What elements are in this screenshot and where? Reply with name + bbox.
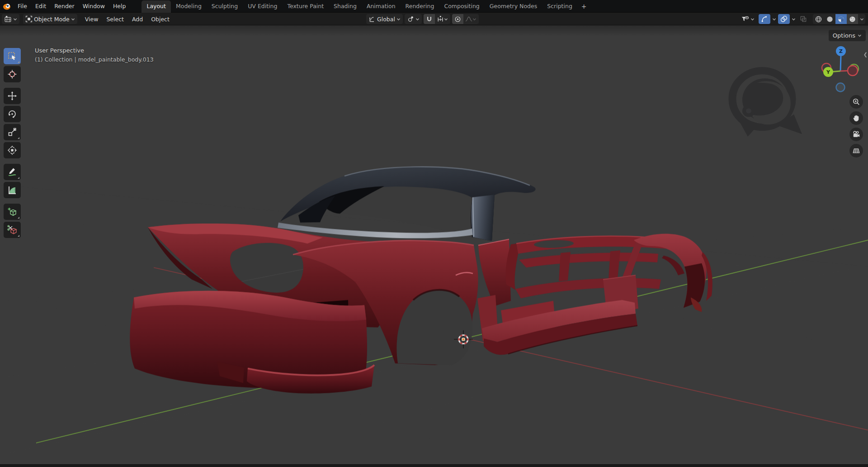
overlays-icon xyxy=(780,15,788,23)
viewport-menu-select[interactable]: Select xyxy=(102,13,128,25)
flyout-corner-indicator xyxy=(18,61,19,63)
transform-tool[interactable] xyxy=(4,142,21,158)
editor-3d-viewport-icon xyxy=(4,15,12,23)
annotate-tool[interactable] xyxy=(4,164,21,180)
menu-window[interactable]: Window xyxy=(79,0,109,12)
move-tool[interactable] xyxy=(4,88,21,104)
workspace-tab-scripting[interactable]: Scripting xyxy=(542,0,577,13)
mode-selector[interactable]: Object Mode xyxy=(23,14,77,24)
chevron-down-icon xyxy=(472,17,476,21)
workspace-tab-layout[interactable]: Layout xyxy=(142,0,171,13)
workspace-tab-texture-paint[interactable]: Texture Paint xyxy=(282,0,329,13)
chevron-down-icon xyxy=(750,17,755,21)
neg-z-axis-ball[interactable] xyxy=(836,83,845,92)
perspective-toggle-tool[interactable] xyxy=(849,144,863,157)
transform-orientation-selector[interactable]: Global xyxy=(366,14,403,24)
orientation-axes-icon xyxy=(368,15,376,23)
falloff-curve-icon xyxy=(465,16,472,22)
shading-material-preview-button[interactable] xyxy=(835,14,847,24)
workspace-tab-shading[interactable]: Shading xyxy=(329,0,362,13)
viewport-menus: ViewSelectAddObject xyxy=(81,13,174,25)
wireframe-sphere-icon xyxy=(815,15,822,23)
workspace-tab-geometry-nodes[interactable]: Geometry Nodes xyxy=(485,0,542,13)
menu-render[interactable]: Render xyxy=(50,0,79,12)
pivot-point-icon xyxy=(407,15,414,23)
menu-file[interactable]: File xyxy=(14,0,31,12)
chevron-down-icon xyxy=(415,17,420,21)
add-workspace-button[interactable]: + xyxy=(577,1,591,13)
filter-visibility-icon xyxy=(741,15,749,23)
proportional-editing-toggle[interactable] xyxy=(452,14,463,24)
proportional-editing-icon xyxy=(454,16,461,23)
orientation-label: Global xyxy=(377,16,395,23)
pivot-point-selector[interactable] xyxy=(405,14,422,24)
xray-toggle[interactable] xyxy=(797,14,809,24)
gizmo-options-chevron[interactable] xyxy=(772,17,776,21)
viewport-menu-view[interactable]: View xyxy=(81,13,103,25)
rotate-tool[interactable] xyxy=(4,106,21,122)
menu-edit[interactable]: Edit xyxy=(31,0,50,12)
workspace-tab-animation[interactable]: Animation xyxy=(362,0,401,13)
workspace-tab-uv-editing[interactable]: UV Editing xyxy=(243,0,282,13)
tweak-select-tool[interactable] xyxy=(4,48,21,64)
pan-tool[interactable] xyxy=(849,111,863,125)
3d-viewport[interactable]: User Perspective (1) Collection | model_… xyxy=(0,25,868,464)
workspace-tab-rendering[interactable]: Rendering xyxy=(401,0,439,13)
options-label: Options xyxy=(833,32,855,39)
workspace-tabs: LayoutModelingSculptingUV EditingTexture… xyxy=(142,0,590,13)
overlays-options-chevron[interactable] xyxy=(792,17,796,21)
scale-tool[interactable] xyxy=(4,124,21,140)
gizmo-icon xyxy=(761,15,768,23)
shading-options-chevron[interactable] xyxy=(858,14,865,24)
chevron-down-icon xyxy=(444,17,448,21)
shading-wireframe-button[interactable] xyxy=(813,14,824,24)
flyout-corner-indicator xyxy=(18,235,19,237)
flyout-corner-indicator xyxy=(18,217,19,219)
workspace-tab-sculpting[interactable]: Sculpting xyxy=(207,0,243,13)
viewport-menu-add[interactable]: Add xyxy=(128,13,147,25)
rendered-sphere-icon xyxy=(849,15,856,23)
chevron-down-icon xyxy=(71,17,75,21)
blender-logo-icon[interactable] xyxy=(0,2,14,10)
workspace-tab-compositing[interactable]: Compositing xyxy=(439,0,484,13)
snap-increment-icon xyxy=(437,15,444,23)
add-cube-tool[interactable] xyxy=(4,204,21,220)
material-preview-sphere-icon xyxy=(837,15,845,23)
zoom-tool[interactable] xyxy=(849,95,863,109)
sidebar-collapse-arrow[interactable]: ❮ xyxy=(863,52,868,57)
z-axis-label: Z xyxy=(839,48,843,54)
chevron-down-icon xyxy=(860,17,864,21)
proportional-falloff-selector[interactable] xyxy=(463,14,479,24)
show-gizmo-toggle[interactable] xyxy=(759,14,770,24)
menu-help[interactable]: Help xyxy=(109,0,130,12)
viewport-nav-tools xyxy=(849,95,863,157)
solid-sphere-icon xyxy=(826,15,834,23)
camera-view-tool[interactable] xyxy=(849,128,863,141)
snap-toggle[interactable] xyxy=(424,14,435,24)
options-button[interactable]: Options xyxy=(829,30,866,41)
chevron-down-icon xyxy=(13,17,17,21)
cut-tool[interactable] xyxy=(4,222,21,238)
snap-target-selector[interactable] xyxy=(435,14,450,24)
axis-navigation-gizmo[interactable]: Z Y xyxy=(818,45,863,95)
flyout-corner-indicator xyxy=(18,137,19,139)
chevron-down-icon xyxy=(858,33,862,38)
viewport-menu-object[interactable]: Object xyxy=(147,13,174,25)
xray-icon xyxy=(800,15,807,23)
cursor-tool[interactable] xyxy=(4,66,21,82)
object-type-visibility-selector[interactable] xyxy=(739,14,757,24)
mode-selector-label: Object Mode xyxy=(34,16,70,23)
topbar-menus: FileEditRenderWindowHelp xyxy=(14,0,130,12)
workspace-tab-modeling[interactable]: Modeling xyxy=(171,0,207,13)
x-axis-ball[interactable] xyxy=(848,66,858,76)
status-bar xyxy=(0,464,868,467)
shading-rendered-button[interactable] xyxy=(847,14,858,24)
chevron-down-icon xyxy=(396,17,401,21)
show-overlays-toggle[interactable] xyxy=(778,14,790,24)
scene-canvas xyxy=(0,25,868,464)
shading-solid-button[interactable] xyxy=(824,14,835,24)
topbar: FileEditRenderWindowHelp LayoutModelingS… xyxy=(0,0,868,13)
editor-type-selector[interactable] xyxy=(2,14,19,24)
viewport-header: Object Mode ViewSelectAddObject Global xyxy=(0,13,868,25)
measure-tool[interactable] xyxy=(4,182,21,198)
